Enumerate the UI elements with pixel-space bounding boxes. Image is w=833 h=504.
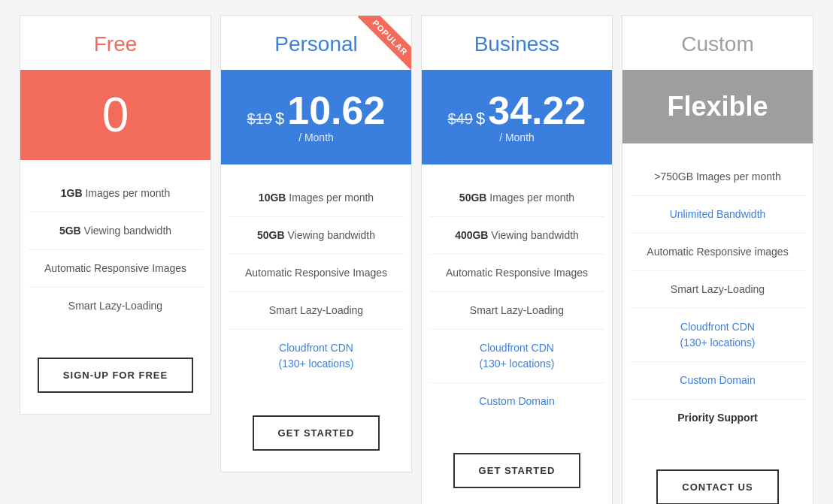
plan-card-business: Business $49 $ 34.22 / Month50GB Images … — [421, 15, 613, 504]
price-box-business: $49 $ 34.22 / Month — [422, 70, 612, 164]
features-custom: >750GB Images per monthUnlimited Bandwid… — [622, 143, 813, 451]
feature-item-custom-4: Cloudfront CDN(130+ locations) — [630, 309, 805, 362]
features-free: 1GB Images per month5GB Viewing bandwidt… — [20, 160, 211, 340]
feature-item-free-3: Smart Lazy-Loading — [28, 288, 203, 324]
pricing-container: Free01GB Images per month5GB Viewing ban… — [15, 15, 818, 504]
feature-item-custom-0: >750GB Images per month — [630, 158, 805, 196]
cta-button-free[interactable]: SIGN-UP FOR FREE — [38, 358, 193, 393]
cta-button-personal[interactable]: GET STARTED — [253, 415, 380, 451]
feature-item-business-5: Custom Domain — [429, 383, 604, 420]
cta-section-free: SIGN-UP FOR FREE — [20, 340, 211, 414]
feature-item-custom-1: Unlimited Bandwidth — [630, 196, 805, 234]
feature-item-business-0: 50GB Images per month — [429, 180, 604, 217]
plan-title-free: Free — [20, 16, 211, 70]
feature-item-free-0: 1GB Images per month — [28, 175, 203, 213]
feature-item-custom-3: Smart Lazy-Loading — [630, 271, 805, 309]
cta-section-custom: CONTACT US — [622, 451, 813, 504]
feature-item-free-2: Automatic Responsive Images — [28, 250, 203, 288]
feature-item-business-1: 400GB Viewing bandwidth — [429, 217, 604, 255]
popular-ribbon: POPULAR — [344, 16, 411, 83]
new-price-personal: 10.62 — [287, 91, 385, 130]
free-price-zero: 0 — [102, 91, 129, 139]
dollar-sign-personal: $ — [275, 109, 284, 128]
plan-card-free: Free01GB Images per month5GB Viewing ban… — [20, 15, 211, 415]
feature-item-custom-6: Priority Support — [630, 400, 805, 436]
feature-item-business-4: Cloudfront CDN(130+ locations) — [429, 330, 604, 383]
plan-title-custom: Custom — [622, 16, 813, 70]
dollar-sign-business: $ — [476, 109, 485, 128]
old-price-personal: $19 — [247, 110, 272, 128]
cta-section-business: GET STARTED — [422, 435, 612, 504]
feature-item-custom-2: Automatic Responsive images — [630, 234, 805, 271]
feature-item-personal-2: Automatic Responsive Images — [229, 255, 404, 292]
feature-item-personal-0: 10GB Images per month — [229, 180, 404, 217]
feature-item-business-2: Automatic Responsive Images — [429, 255, 604, 292]
old-price-business: $49 — [448, 110, 473, 128]
price-box-personal: $19 $ 10.62 / Month — [221, 70, 411, 164]
price-row-business: $49 $ 34.22 — [448, 91, 586, 130]
plan-card-personal: POPULAR Personal $19 $ 10.62 / Month10GB… — [220, 15, 412, 472]
feature-item-personal-1: 50GB Viewing bandwidth — [229, 217, 404, 255]
plan-card-custom: CustomFlexible>750GB Images per monthUnl… — [622, 15, 813, 504]
price-box-free: 0 — [20, 70, 211, 160]
plan-title-business: Business — [422, 16, 612, 70]
price-box-custom: Flexible — [622, 70, 813, 143]
price-row-personal: $19 $ 10.62 — [247, 91, 386, 130]
new-price-business: 34.22 — [488, 91, 586, 130]
per-month-business: / Month — [499, 131, 535, 143]
per-month-personal: / Month — [298, 131, 334, 143]
cta-button-custom[interactable]: CONTACT US — [656, 469, 778, 504]
feature-item-free-1: 5GB Viewing bandwidth — [28, 213, 203, 250]
flexible-label: Flexible — [667, 91, 768, 122]
feature-item-personal-4: Cloudfront CDN(130+ locations) — [229, 330, 404, 382]
feature-item-business-3: Smart Lazy-Loading — [429, 292, 604, 330]
cta-button-business[interactable]: GET STARTED — [453, 453, 581, 488]
feature-item-personal-3: Smart Lazy-Loading — [229, 292, 404, 330]
features-personal: 10GB Images per month50GB Viewing bandwi… — [221, 164, 411, 397]
features-business: 50GB Images per month400GB Viewing bandw… — [422, 164, 612, 435]
feature-item-custom-5: Custom Domain — [630, 362, 805, 400]
cta-section-personal: GET STARTED — [221, 397, 411, 472]
popular-label: POPULAR — [358, 16, 411, 70]
